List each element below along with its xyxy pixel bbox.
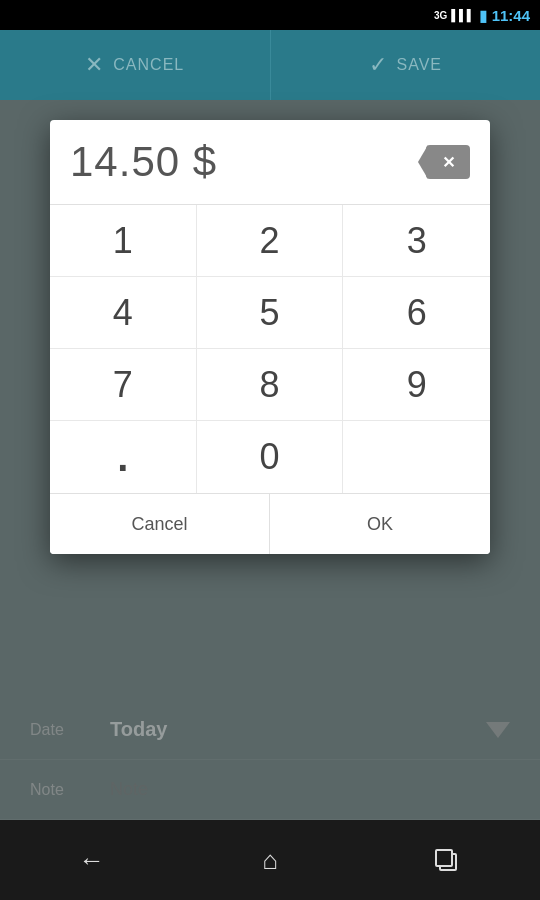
key-3[interactable]: 3 [343, 205, 490, 277]
save-button[interactable]: ✓ SAVE [271, 30, 541, 100]
dialog-actions: Cancel OK [50, 494, 490, 554]
key-9[interactable]: 9 [343, 349, 490, 421]
key-2[interactable]: 2 [197, 205, 344, 277]
save-label: SAVE [397, 56, 443, 74]
key-6[interactable]: 6 [343, 277, 490, 349]
key-dot[interactable]: . [50, 421, 197, 493]
key-4[interactable]: 4 [50, 277, 197, 349]
cancel-label: CANCEL [113, 56, 184, 74]
status-bar: 3G ▌▌▌ ▮ 11:44 [0, 0, 540, 30]
key-1[interactable]: 1 [50, 205, 197, 277]
dialog-ok-label: OK [367, 514, 393, 535]
amount-text: 14.50 $ [70, 138, 217, 186]
amount-display: 14.50 $ ✕ [50, 120, 490, 205]
status-icons: 3G ▌▌▌ ▮ 11:44 [434, 6, 530, 25]
backspace-icon: ✕ [442, 153, 455, 172]
network-label: 3G [434, 10, 447, 21]
dialog-overlay: 14.50 $ ✕ 1 2 3 4 5 6 7 8 9 . 0 Cancel [0, 100, 540, 820]
back-icon: ← [79, 845, 105, 876]
home-icon: ⌂ [262, 845, 278, 876]
signal-icon: ▌▌▌ [451, 9, 474, 21]
key-5[interactable]: 5 [197, 277, 344, 349]
time-display: 11:44 [492, 7, 530, 24]
number-pad-dialog: 14.50 $ ✕ 1 2 3 4 5 6 7 8 9 . 0 Cancel [50, 120, 490, 554]
key-8[interactable]: 8 [197, 349, 344, 421]
recents-button[interactable] [415, 839, 481, 881]
key-7[interactable]: 7 [50, 349, 197, 421]
backspace-button[interactable]: ✕ [426, 145, 470, 179]
key-empty [343, 421, 490, 493]
cancel-button[interactable]: ✕ CANCEL [0, 30, 271, 100]
nav-bar: ← ⌂ [0, 820, 540, 900]
home-button[interactable]: ⌂ [242, 835, 298, 886]
recents-icon [435, 849, 461, 871]
battery-icon: ▮ [479, 6, 488, 25]
key-0[interactable]: 0 [197, 421, 344, 493]
dialog-ok-button[interactable]: OK [270, 494, 490, 554]
save-check-icon: ✓ [369, 52, 387, 78]
back-button[interactable]: ← [59, 835, 125, 886]
numpad-grid: 1 2 3 4 5 6 7 8 9 . 0 [50, 205, 490, 494]
cancel-x-icon: ✕ [85, 52, 103, 78]
dialog-cancel-button[interactable]: Cancel [50, 494, 270, 554]
dialog-cancel-label: Cancel [131, 514, 187, 535]
action-bar: ✕ CANCEL ✓ SAVE [0, 30, 540, 100]
